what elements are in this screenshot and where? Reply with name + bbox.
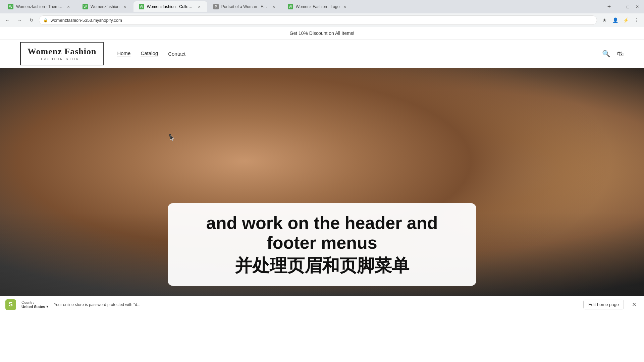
search-icon[interactable]: 🔍	[602, 50, 610, 58]
browser-chrome: WWomenzfashion · Themes · Sho...✕WWomenz…	[0, 0, 644, 27]
site-header: Womenz Fashion Fashion Store Home Catalo…	[0, 40, 644, 68]
announcement-text: Get 10% Discount on All Items!	[290, 31, 355, 36]
tab-label-tab4: Portrait of a Woman - Free Stock	[221, 4, 268, 9]
dropdown-icon: ▾	[46, 304, 48, 309]
settings-button[interactable]: ⋮	[632, 15, 641, 25]
tab-label-tab1: Womenzfashion · Themes · Sho...	[16, 4, 63, 9]
browser-tab-tab2[interactable]: WWomenzfashion✕	[77, 1, 133, 12]
country-selector[interactable]: Country United States ▾	[21, 300, 48, 309]
tab-favicon-tab5: W	[288, 4, 293, 9]
tab-close-tab1[interactable]: ✕	[66, 4, 71, 9]
website-content: Get 10% Discount on All Items! Womenz Fa…	[0, 27, 644, 313]
address-bar: ← → ↻ 🔒 womenzfashion-5353.myshopify.com…	[0, 13, 644, 27]
logo[interactable]: Womenz Fashion Fashion Store	[20, 42, 104, 65]
site-nav: Home Catalog Contact	[117, 50, 185, 57]
tab-close-tab2[interactable]: ✕	[122, 4, 127, 9]
tab-favicon-tab2: W	[83, 4, 88, 9]
shopify-close-button[interactable]: ✕	[629, 300, 639, 309]
browser-tab-tab3[interactable]: WWomenzfashion - Collections - H...✕	[133, 1, 207, 12]
restore-button[interactable]: ◻	[624, 3, 632, 11]
country-label: Country	[21, 300, 48, 304]
profile-button[interactable]: 👤	[610, 15, 620, 25]
close-window-button[interactable]: ✕	[633, 3, 641, 11]
bookmark-button[interactable]: ★	[600, 15, 609, 25]
browser-tab-tab4[interactable]: PPortrait of a Woman - Free Stock✕	[208, 1, 282, 12]
refresh-button[interactable]: ↻	[27, 15, 36, 25]
minimize-button[interactable]: —	[614, 3, 623, 11]
address-actions: ★ 👤 ⚡ ⋮	[600, 15, 641, 25]
tab-favicon-tab3: W	[139, 4, 144, 9]
cart-icon[interactable]: 🛍	[617, 50, 624, 58]
tab-label-tab3: Womenzfashion - Collections - H...	[147, 4, 194, 9]
shopify-bar: S Country United States ▾ Your online st…	[0, 296, 644, 313]
header-actions: 🔍 🛍	[602, 50, 624, 58]
country-value: United States ▾	[21, 304, 48, 309]
browser-tab-tab5[interactable]: WWomenz Fashion - Logo✕	[282, 1, 353, 12]
tab-close-tab4[interactable]: ✕	[271, 4, 276, 9]
nav-home[interactable]: Home	[117, 50, 130, 57]
logo-name: Womenz Fashion	[28, 47, 96, 57]
tab-favicon-tab4: P	[213, 4, 219, 9]
hero-section: and work on the header and footer menus …	[0, 68, 644, 313]
url-bar[interactable]: 🔒 womenzfashion-5353.myshopify.com	[39, 15, 597, 25]
extensions-button[interactable]: ⚡	[621, 15, 631, 25]
tab-bar: WWomenzfashion · Themes · Sho...✕WWomenz…	[0, 0, 644, 13]
subtitle-english: and work on the header and footer menus	[184, 213, 460, 253]
logo-subtitle: Fashion Store	[41, 57, 83, 61]
tab-close-tab3[interactable]: ✕	[197, 4, 202, 9]
tab-label-tab2: Womenzfashion	[91, 4, 119, 9]
announcement-bar: Get 10% Discount on All Items!	[0, 27, 644, 40]
lock-icon: 🔒	[43, 18, 48, 22]
shopify-logo: S	[5, 299, 16, 310]
browser-tab-tab1[interactable]: WWomenzfashion · Themes · Sho...✕	[3, 1, 76, 12]
back-button[interactable]: ←	[3, 15, 12, 25]
nav-catalog[interactable]: Catalog	[141, 50, 158, 57]
tab-controls: — ◻ ✕	[614, 3, 641, 11]
tab-favicon-tab1: W	[8, 4, 13, 9]
subtitle-chinese: 并处理页眉和页脚菜单	[184, 256, 460, 276]
browser-window: WWomenzfashion · Themes · Sho...✕WWomenz…	[0, 0, 644, 313]
url-text: womenzfashion-5353.myshopify.com	[51, 18, 122, 23]
forward-button[interactable]: →	[15, 15, 24, 25]
subtitle-overlay: and work on the header and footer menus …	[168, 203, 476, 286]
tab-close-tab5[interactable]: ✕	[342, 4, 347, 9]
edit-home-page-button[interactable]: Edit home page	[583, 300, 624, 309]
shopify-message: Your online store is password protected …	[54, 302, 578, 307]
new-tab-button[interactable]: +	[604, 2, 614, 11]
tab-label-tab5: Womenz Fashion - Logo	[296, 4, 340, 9]
nav-contact[interactable]: Contact	[168, 51, 185, 57]
